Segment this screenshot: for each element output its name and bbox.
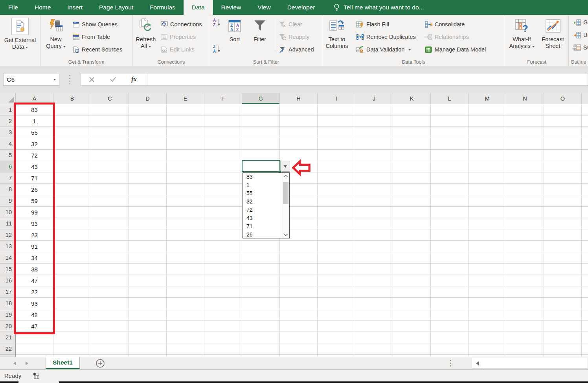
column-header-L[interactable]: L — [431, 93, 469, 104]
cell-F4[interactable] — [204, 138, 242, 150]
cell-J20[interactable] — [355, 321, 393, 332]
cell-P16[interactable] — [582, 275, 588, 286]
cell-B21[interactable] — [53, 332, 91, 343]
cell-O15[interactable] — [544, 264, 582, 275]
cell-A10[interactable]: 99 — [16, 207, 53, 218]
cell-J10[interactable] — [355, 207, 393, 218]
selected-cell-g6-combo[interactable] — [242, 160, 280, 172]
cell-E3[interactable] — [167, 127, 204, 138]
cell-D18[interactable] — [129, 298, 167, 309]
cell-M20[interactable] — [469, 321, 506, 332]
ungroup-button[interactable]: Ungroup — [572, 29, 588, 41]
cell-B19[interactable] — [53, 309, 91, 321]
cell-H15[interactable] — [280, 264, 318, 275]
cell-B4[interactable] — [53, 138, 91, 150]
cell-L18[interactable] — [431, 298, 469, 309]
cell-B7[interactable] — [53, 172, 91, 184]
cell-L20[interactable] — [431, 321, 469, 332]
cell-B2[interactable] — [53, 115, 91, 127]
tab-data[interactable]: Data — [184, 0, 213, 15]
cell-I21[interactable] — [318, 332, 355, 343]
cell-J2[interactable] — [355, 115, 393, 127]
cell-K18[interactable] — [393, 298, 431, 309]
cell-I20[interactable] — [318, 321, 355, 332]
get-external-data-button[interactable]: Get External Data — [2, 17, 38, 50]
cell-P20[interactable] — [582, 321, 588, 332]
row-header-1[interactable]: 1 — [0, 104, 16, 115]
row-header-17[interactable]: 17 — [0, 286, 16, 298]
cell-H18[interactable] — [280, 298, 318, 309]
cell-E22[interactable] — [167, 343, 204, 355]
tab-scrollbar-splitter[interactable] — [450, 360, 451, 367]
next-sheet-icon[interactable] — [26, 361, 30, 365]
cell-K10[interactable] — [393, 207, 431, 218]
cell-P17[interactable] — [582, 286, 588, 298]
cell-I16[interactable] — [318, 275, 355, 286]
cell-L3[interactable] — [431, 127, 469, 138]
cell-P10[interactable] — [582, 207, 588, 218]
cell-P11[interactable] — [582, 218, 588, 229]
cell-C20[interactable] — [91, 321, 129, 332]
cell-J18[interactable] — [355, 298, 393, 309]
cell-N22[interactable] — [506, 343, 544, 355]
cell-M11[interactable] — [469, 218, 506, 229]
cell-C2[interactable] — [91, 115, 129, 127]
cell-G16[interactable] — [242, 275, 280, 286]
scroll-down-icon[interactable] — [283, 233, 288, 236]
cell-P2[interactable] — [582, 115, 588, 127]
data-validation-button[interactable]: Data Validation — [355, 43, 417, 56]
cell-E15[interactable] — [167, 264, 204, 275]
cell-E16[interactable] — [167, 275, 204, 286]
cell-D12[interactable] — [129, 229, 167, 241]
cell-A2[interactable]: 1 — [16, 115, 53, 127]
cell-N5[interactable] — [506, 150, 544, 161]
cell-B14[interactable] — [53, 252, 91, 264]
cell-L15[interactable] — [431, 264, 469, 275]
cell-L17[interactable] — [431, 286, 469, 298]
sheet-tab-sheet1[interactable]: Sheet1 — [46, 357, 80, 369]
cell-M12[interactable] — [469, 229, 506, 241]
scrollbar-thumb[interactable] — [283, 182, 288, 204]
cell-A21[interactable] — [16, 332, 53, 343]
cell-M17[interactable] — [469, 286, 506, 298]
cell-F1[interactable] — [204, 104, 242, 115]
cell-F17[interactable] — [204, 286, 242, 298]
cell-E10[interactable] — [167, 207, 204, 218]
cell-P19[interactable] — [582, 309, 588, 321]
cell-H19[interactable] — [280, 309, 318, 321]
cell-M14[interactable] — [469, 252, 506, 264]
cell-K2[interactable] — [393, 115, 431, 127]
tab-formulas[interactable]: Formulas — [141, 0, 184, 15]
cell-C21[interactable] — [91, 332, 129, 343]
cell-I13[interactable] — [318, 241, 355, 252]
cell-A14[interactable]: 34 — [16, 252, 53, 264]
cell-F7[interactable] — [204, 172, 242, 184]
cell-B20[interactable] — [53, 321, 91, 332]
cell-C15[interactable] — [91, 264, 129, 275]
cell-E17[interactable] — [167, 286, 204, 298]
cell-K1[interactable] — [393, 104, 431, 115]
cell-H14[interactable] — [280, 252, 318, 264]
manage-data-model-button[interactable]: Manage Data Model — [423, 43, 488, 56]
cell-N17[interactable] — [506, 286, 544, 298]
cell-D1[interactable] — [129, 104, 167, 115]
cell-D21[interactable] — [129, 332, 167, 343]
cell-A8[interactable]: 26 — [16, 184, 53, 195]
cell-D20[interactable] — [129, 321, 167, 332]
cell-J21[interactable] — [355, 332, 393, 343]
cell-C12[interactable] — [91, 229, 129, 241]
cell-P7[interactable] — [582, 172, 588, 184]
cell-G19[interactable] — [242, 309, 280, 321]
cell-F9[interactable] — [204, 195, 242, 207]
cell-J12[interactable] — [355, 229, 393, 241]
cell-D10[interactable] — [129, 207, 167, 218]
cell-B1[interactable] — [53, 104, 91, 115]
column-header-E[interactable]: E — [167, 93, 204, 104]
cell-F16[interactable] — [204, 275, 242, 286]
cell-J5[interactable] — [355, 150, 393, 161]
cell-M9[interactable] — [469, 195, 506, 207]
tab-review[interactable]: Review — [213, 0, 250, 15]
cell-P9[interactable] — [582, 195, 588, 207]
cell-N6[interactable] — [506, 161, 544, 172]
cell-M13[interactable] — [469, 241, 506, 252]
